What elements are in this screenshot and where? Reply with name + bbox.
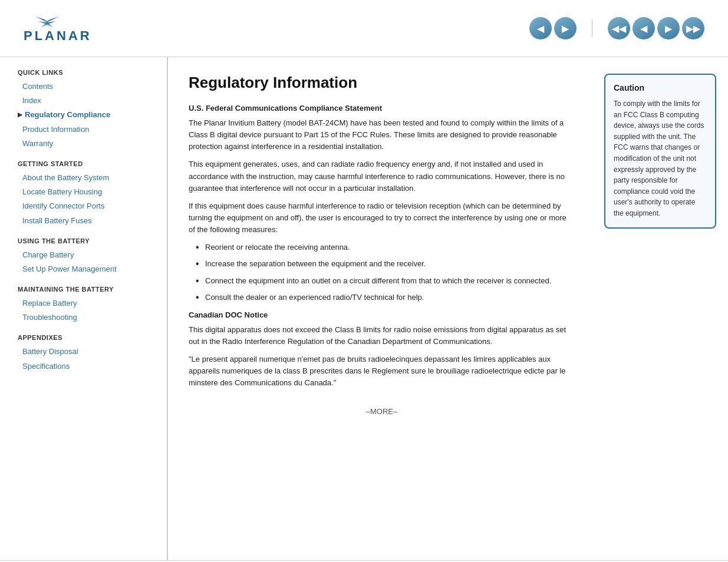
canadian-para2: "Le present appareil numerique n'emet pa… xyxy=(189,353,575,389)
bullet-item-1: Reorient or relocate the receiving anten… xyxy=(196,242,575,253)
sidebar-link-power-mgmt[interactable]: Set Up Power Management xyxy=(18,262,155,276)
quick-links-title: QUICK LINKS xyxy=(18,69,155,76)
svg-text:PLANAR: PLANAR xyxy=(24,28,92,43)
bullet-list: Reorient or relocate the receiving anten… xyxy=(196,242,575,303)
caution-box: Caution To comply with the limits for an… xyxy=(604,74,716,229)
more-link: –MORE– xyxy=(189,407,575,416)
sidebar-link-identify-ports[interactable]: Identify Connector Ports xyxy=(18,199,155,213)
nav-first-button[interactable]: ◀◀ xyxy=(608,17,630,39)
bullet-item-2: Increase the separation between the equi… xyxy=(196,258,575,270)
page-title: Regulatory Information xyxy=(189,74,575,92)
sidebar-link-specifications[interactable]: Specifications xyxy=(18,359,155,373)
sidebar-link-contents[interactable]: Contents xyxy=(18,80,155,94)
nav-next-button[interactable]: ▶ xyxy=(554,17,577,39)
sidebar-link-charge[interactable]: Charge Battery xyxy=(18,248,155,262)
bullet-item-3: Connect the equipment into an outlet on … xyxy=(196,275,575,287)
sidebar-link-regulatory[interactable]: Regulatory Compliance xyxy=(18,108,155,122)
maintaining-title: MAINTAINING THE BATTERY xyxy=(18,286,155,293)
canadian-heading: Canadian DOC Notice xyxy=(189,310,575,319)
nav-prev2-button[interactable]: ◀ xyxy=(633,17,655,39)
nav-last-button[interactable]: ▶▶ xyxy=(682,17,704,39)
sidebar-link-disposal[interactable]: Battery Disposal xyxy=(18,345,155,359)
bullet-item-4: Consult the dealer or an experienced rad… xyxy=(196,292,575,303)
nav-buttons: ◀ ▶ ◀◀ ◀ ▶ ▶▶ xyxy=(529,17,704,39)
sidebar-link-install-fuses[interactable]: Install Battery Fuses xyxy=(18,214,155,228)
main-layout: QUICK LINKS Contents Index Regulatory Co… xyxy=(0,57,728,560)
content-main: Regulatory Information U.S. Federal Comm… xyxy=(168,57,598,560)
planar-logo: PLANAR xyxy=(18,11,100,46)
getting-started-title: GETTING STARTED xyxy=(18,160,155,167)
fcc-para2: This equipment generates, uses, and can … xyxy=(189,158,575,194)
nav-next2-button[interactable]: ▶ xyxy=(657,17,680,39)
caution-title: Caution xyxy=(614,83,707,92)
fcc-heading: U.S. Federal Communications Compliance S… xyxy=(189,104,575,113)
sidebar-link-index[interactable]: Index xyxy=(18,94,155,108)
fcc-para3: If this equipment does cause harmful int… xyxy=(189,200,575,236)
sidebar-link-product-info[interactable]: Product Information xyxy=(18,123,155,137)
canadian-para1: This digital apparatus does not exceed t… xyxy=(189,324,575,348)
fcc-para1: The Planar Invitium Battery (model BAT-2… xyxy=(189,117,575,153)
nav-group-basic: ◀ ▶ xyxy=(529,17,577,39)
sidebar-link-warranty[interactable]: Warranty xyxy=(18,137,155,151)
content-wrapper: Regulatory Information U.S. Federal Comm… xyxy=(168,57,728,560)
sidebar-link-about-battery[interactable]: About the Battery System xyxy=(18,171,155,185)
logo-area: PLANAR xyxy=(18,11,100,46)
nav-divider xyxy=(592,19,592,37)
content-right: Caution To comply with the limits for an… xyxy=(598,57,728,560)
appendixes-title: APPENDIXES xyxy=(18,334,155,341)
nav-prev-button[interactable]: ◀ xyxy=(529,17,552,39)
sidebar-link-locate-housing[interactable]: Locate Battery Housing xyxy=(18,185,155,199)
nav-group-extended: ◀◀ ◀ ▶ ▶▶ xyxy=(608,17,704,39)
header: PLANAR ◀ ▶ ◀◀ ◀ ▶ ▶▶ xyxy=(0,0,728,57)
caution-text: To comply with the limits for an FCC Cla… xyxy=(614,98,707,219)
sidebar-link-troubleshooting[interactable]: Troubleshooting xyxy=(18,310,155,325)
sidebar: QUICK LINKS Contents Index Regulatory Co… xyxy=(0,57,168,560)
sidebar-link-replace[interactable]: Replace Battery xyxy=(18,296,155,310)
using-battery-title: USING THE BATTERY xyxy=(18,237,155,244)
